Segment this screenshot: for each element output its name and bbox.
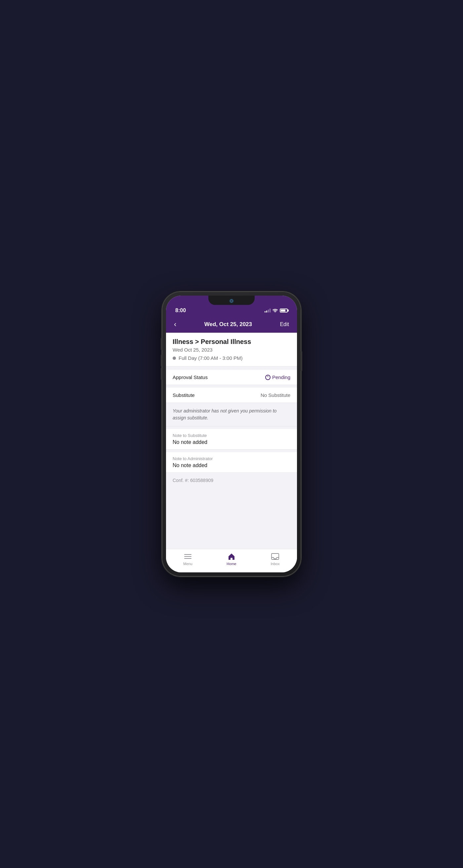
substitute-label: Substitute xyxy=(173,392,195,398)
note-substitute-value: No note added xyxy=(173,439,290,445)
approval-status-value: Pending xyxy=(265,374,290,380)
permission-text: Your administrator has not given you per… xyxy=(173,407,290,422)
divider-1 xyxy=(166,367,297,370)
status-time: 8:00 xyxy=(175,308,186,313)
divider-4 xyxy=(166,450,297,452)
battery-icon xyxy=(280,309,288,312)
absence-card: Illness > Personal Illness Wed Oct 25, 2… xyxy=(166,333,297,367)
clock-icon xyxy=(265,375,270,380)
absence-date: Wed Oct 25, 2023 xyxy=(173,347,290,352)
content-area: Illness > Personal Illness Wed Oct 25, 2… xyxy=(166,333,297,549)
status-icons xyxy=(265,309,288,312)
wifi-icon xyxy=(272,309,278,312)
note-substitute-label: Note to Substitute xyxy=(173,433,290,438)
phone-screen: 8:00 ‹ Wed, Oct 25, 2023 Edit xyxy=(166,296,297,572)
absence-time: Full Day (7:00 AM - 3:00 PM) xyxy=(178,355,242,361)
note-substitute-section: Note to Substitute No note added xyxy=(166,429,297,450)
conf-section: Conf. #: 603588909 xyxy=(166,473,297,549)
edit-button[interactable]: Edit xyxy=(280,321,289,328)
phone-frame: 8:00 ‹ Wed, Oct 25, 2023 Edit xyxy=(162,292,301,576)
substitute-row: Substitute No Substitute xyxy=(166,388,297,403)
absence-title: Illness > Personal Illness xyxy=(173,338,290,346)
substitute-value: No Substitute xyxy=(261,392,290,398)
menu-icon xyxy=(184,553,192,560)
nav-bar: ‹ Wed, Oct 25, 2023 Edit xyxy=(166,316,297,333)
tab-menu[interactable]: Menu xyxy=(166,553,210,566)
divider-2 xyxy=(166,385,297,388)
permission-notice: Your administrator has not given you per… xyxy=(166,403,297,426)
front-camera xyxy=(230,299,233,303)
home-icon xyxy=(227,553,236,560)
home-tab-label: Home xyxy=(227,562,236,566)
menu-tab-label: Menu xyxy=(183,562,193,566)
time-dot-icon xyxy=(173,356,176,360)
tab-inbox[interactable]: Inbox xyxy=(253,553,297,566)
svg-point-0 xyxy=(275,312,275,312)
note-admin-value: No note added xyxy=(173,462,290,468)
nav-title: Wed, Oct 25, 2023 xyxy=(204,321,252,328)
absence-time-row: Full Day (7:00 AM - 3:00 PM) xyxy=(173,355,290,361)
note-admin-label: Note to Administrator xyxy=(173,456,290,461)
approval-status-label: Approval Status xyxy=(173,374,208,380)
divider-3 xyxy=(166,426,297,429)
phone-notch xyxy=(208,296,255,305)
signal-icon xyxy=(265,309,270,312)
note-admin-section: Note to Administrator No note added xyxy=(166,452,297,473)
absence-header: Illness > Personal Illness Wed Oct 25, 2… xyxy=(166,333,297,367)
tab-home[interactable]: Home xyxy=(210,553,253,566)
conf-number: Conf. #: 603588909 xyxy=(173,478,213,483)
inbox-icon xyxy=(271,553,279,560)
back-button[interactable]: ‹ xyxy=(174,320,176,329)
approval-status-row: Approval Status Pending xyxy=(166,370,297,385)
tab-bar: Menu Home Inbox xyxy=(166,549,297,572)
inbox-tab-label: Inbox xyxy=(271,562,280,566)
